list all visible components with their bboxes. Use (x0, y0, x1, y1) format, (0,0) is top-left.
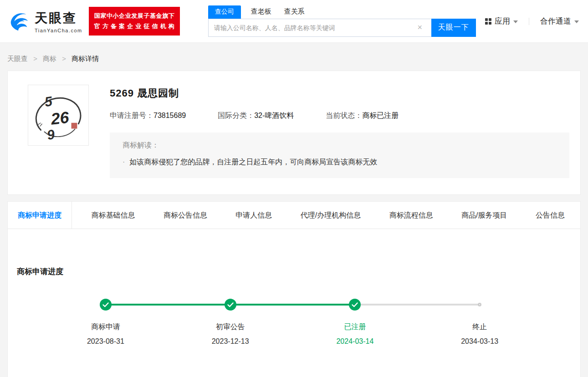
seal-mark (72, 123, 77, 129)
step-termination: 终止 2034-03-13 (417, 299, 542, 346)
trademark-image: 5 26 9 (28, 85, 89, 146)
mark-digit-5: 5 (44, 93, 53, 109)
tab-basic-info[interactable]: 商标基础信息 (82, 202, 144, 229)
interpretation-title: 商标解读： (123, 141, 557, 150)
step-label: 终止 (417, 322, 542, 332)
detail-tabs: 商标申请进度 商标基础信息 商标公告信息 申请人信息 代理/办理机构信息 商标流… (8, 202, 580, 229)
breadcrumb-home[interactable]: 天眼查 (7, 55, 28, 62)
tab-process-info[interactable]: 商标流程信息 (380, 202, 442, 229)
step-preliminary-announcement: 初审公告 2023-12-13 (168, 299, 293, 346)
search-button[interactable]: 天眼一下 (431, 19, 476, 37)
bullet-icon: · (123, 158, 125, 166)
chevron-down-icon (513, 20, 518, 23)
site-header: 天眼查 TianYanCha.com 国家中小企业发展子基金旗下 官方备案企业征… (0, 0, 588, 43)
step-label: 商标申请 (43, 322, 168, 332)
tab-announcement-info[interactable]: 商标公告信息 (154, 202, 216, 229)
cooperation-menu-label: 合作通道 (540, 16, 571, 26)
step-date: 2024-03-14 (293, 337, 418, 346)
search-area: 查公司 查老板 查关系 × 天眼一下 (208, 6, 476, 37)
logo-brand: 天眼查 (35, 10, 82, 27)
trademark-detail-card: 商标申请进度 商标基础信息 商标公告信息 申请人信息 代理/办理机构信息 商标流… (7, 201, 581, 377)
check-icon (225, 299, 236, 311)
field-value: 32-啤酒饮料 (254, 112, 294, 119)
logo-text: 天眼查 TianYanCha.com (35, 10, 82, 33)
field-value: 73815689 (153, 112, 186, 119)
search-tab-boss[interactable]: 查老板 (251, 7, 271, 19)
cooperation-menu[interactable]: 合作通道 (540, 16, 579, 26)
interpretation-text: 如该商标侵犯了您的品牌，自注册之日起五年内，可向商标局宣告该商标无效 (129, 158, 377, 166)
step-application: 商标申请 2023-08-31 (43, 299, 168, 346)
step-date: 2023-08-31 (43, 337, 168, 346)
tab-applicant-info[interactable]: 申请人信息 (226, 202, 281, 229)
mark-digit-26: 26 (50, 108, 70, 128)
step-label: 已注册 (293, 322, 418, 332)
clear-icon[interactable]: × (414, 19, 426, 37)
trademark-info: 5269 晟思园制 申请注册号：73815689 国际分类：32-啤酒饮料 当前… (110, 85, 575, 178)
progress-section-title: 商标申请进度 (17, 266, 580, 277)
tab-public-notice[interactable]: 公告信息 (527, 202, 574, 229)
check-icon (100, 299, 112, 311)
chevron-down-icon (574, 20, 579, 23)
field-value: 商标已注册 (362, 112, 399, 119)
field-label: 国际分类： (218, 112, 254, 119)
nav-divider (529, 18, 529, 25)
logo-domain: TianYanCha.com (35, 28, 82, 33)
search-box: × 天眼一下 (208, 19, 476, 37)
field-label: 当前状态： (326, 112, 362, 119)
apps-grid-icon (485, 18, 491, 25)
mark-digit-9: 9 (46, 127, 56, 143)
field-label: 申请注册号： (110, 112, 153, 119)
tab-goods-services[interactable]: 商品/服务项目 (452, 202, 516, 229)
progress-stepper: 商标申请 2023-08-31 初审公告 2023-12-13 已注册 2024… (8, 299, 580, 346)
certification-badge: 国家中小企业发展子基金旗下 官方备案企业征信机构 (89, 7, 180, 36)
search-input[interactable] (208, 19, 431, 37)
check-icon (349, 299, 361, 311)
search-tab-company[interactable]: 查公司 (208, 5, 241, 19)
tab-application-progress[interactable]: 商标申请进度 (8, 202, 72, 229)
field-international-class: 国际分类：32-啤酒饮料 (218, 111, 294, 121)
breadcrumb: 天眼查 > 商标 > 商标详情 (0, 43, 588, 71)
pending-circle-icon (478, 303, 481, 306)
step-registered: 已注册 2024-03-14 (293, 299, 418, 346)
search-tabs: 查公司 查老板 查关系 (208, 6, 476, 19)
trademark-interpretation: 商标解读： ·如该商标侵犯了您的品牌，自注册之日起五年内，可向商标局宣告该商标无… (110, 132, 569, 178)
search-tab-relation[interactable]: 查关系 (284, 7, 305, 19)
tab-agency-info[interactable]: 代理/办理机构信息 (291, 202, 370, 229)
certification-badge-line1: 国家中小企业发展子基金旗下 (94, 11, 174, 21)
interpretation-item: ·如该商标侵犯了您的品牌，自注册之日起五年内，可向商标局宣告该商标无效 (123, 158, 557, 167)
logo[interactable]: 天眼查 TianYanCha.com (7, 9, 82, 34)
breadcrumb-separator: > (62, 55, 66, 62)
step-label: 初审公告 (168, 322, 293, 332)
breadcrumb-current: 商标详情 (72, 55, 99, 62)
breadcrumb-trademark[interactable]: 商标 (43, 55, 56, 62)
field-registration-number: 申请注册号：73815689 (110, 111, 186, 121)
step-date: 2034-03-13 (417, 337, 542, 346)
tianyancha-logo-icon (7, 9, 32, 34)
breadcrumb-separator: > (33, 55, 37, 62)
apps-menu-label: 应用 (495, 16, 510, 26)
certification-badge-line2: 官方备案企业征信机构 (94, 21, 174, 32)
field-current-status: 当前状态：商标已注册 (326, 111, 399, 121)
header-nav: 应用 合作通道 (485, 16, 579, 26)
trademark-summary-card: 5 26 9 5269 晟思园制 申请注册号：73815689 国际分类：32-… (7, 71, 581, 195)
step-date: 2023-12-13 (168, 337, 293, 346)
trademark-title: 5269 晟思园制 (110, 87, 569, 100)
apps-menu[interactable]: 应用 (485, 16, 518, 26)
trademark-fields: 申请注册号：73815689 国际分类：32-啤酒饮料 当前状态：商标已注册 (110, 111, 569, 121)
